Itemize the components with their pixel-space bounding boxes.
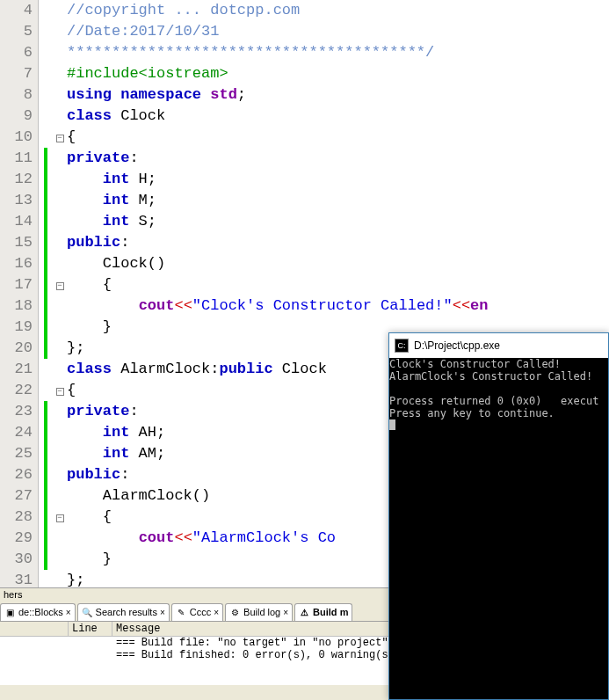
line-number: 5 xyxy=(0,21,33,42)
line-number: 10 xyxy=(0,127,33,148)
line-number: 22 xyxy=(0,380,33,401)
fold-toggle xyxy=(53,570,67,591)
fold-toggle[interactable]: − xyxy=(53,507,67,528)
tab-label: Build m xyxy=(313,607,348,617)
line-number: 28 xyxy=(0,507,33,528)
line-number: 19 xyxy=(0,317,33,338)
change-marker xyxy=(39,127,53,148)
fold-toggle xyxy=(53,148,67,169)
console-output: Clock's Constructor Called! AlarmClock's… xyxy=(389,358,608,699)
code-line[interactable]: cout<<"Clock's Constructor Called!"<<en xyxy=(67,295,609,317)
line-number: 31 xyxy=(0,570,33,591)
tab-cccc[interactable]: ✎Cccc× xyxy=(171,603,223,621)
fold-toggle xyxy=(53,106,67,127)
code-line[interactable]: Clock() xyxy=(67,253,609,274)
cb-icon: ▣ xyxy=(4,607,16,618)
line-number: 15 xyxy=(0,232,33,253)
code-line[interactable]: class Clock xyxy=(67,106,609,127)
code-line[interactable]: ****************************************… xyxy=(67,42,609,63)
line-number: 6 xyxy=(0,42,33,63)
fold-toggle xyxy=(53,401,67,422)
edit-icon: ✎ xyxy=(176,607,187,618)
console-icon: C: xyxy=(395,339,409,353)
line-number: 11 xyxy=(0,148,33,169)
change-marker xyxy=(39,21,53,42)
tab-search-results[interactable]: 🔍Search results× xyxy=(77,603,170,621)
console-cursor xyxy=(389,419,395,430)
line-number: 4 xyxy=(0,0,33,21)
tab-build-m[interactable]: ⚠Build m xyxy=(294,603,352,621)
fold-toggle xyxy=(53,549,67,570)
change-marker xyxy=(39,570,53,591)
line-number: 25 xyxy=(0,443,33,464)
tab-label: Search results xyxy=(96,607,157,617)
line-number: 27 xyxy=(0,485,33,507)
fold-toggle xyxy=(53,485,67,507)
fold-toggle xyxy=(53,169,67,190)
fold-toggle xyxy=(53,443,67,464)
line-number: 21 xyxy=(0,359,33,380)
code-line[interactable]: public: xyxy=(67,232,609,253)
code-line[interactable]: { xyxy=(67,274,609,295)
tab-label: Build log xyxy=(243,607,280,617)
line-number: 20 xyxy=(0,338,33,359)
fold-toggle xyxy=(53,422,67,443)
code-line[interactable]: int S; xyxy=(67,211,609,232)
fold-toggle xyxy=(53,21,67,42)
fold-toggle xyxy=(53,42,67,63)
fold-toggle xyxy=(53,317,67,338)
line-number: 26 xyxy=(0,464,33,485)
tab-label: de::Blocks xyxy=(18,607,63,617)
code-line[interactable]: using namespace std; xyxy=(67,84,609,106)
line-number: 14 xyxy=(0,211,33,232)
code-line[interactable]: //Date:2017/10/31 xyxy=(67,21,609,42)
line-number: 18 xyxy=(0,295,33,317)
line-number: 24 xyxy=(0,422,33,443)
warn-icon: ⚠ xyxy=(299,607,310,618)
fold-toggle xyxy=(53,0,67,21)
code-line[interactable]: private: xyxy=(67,148,609,169)
log-header-line[interactable]: Line xyxy=(69,622,112,636)
fold-toggle xyxy=(53,232,67,253)
close-icon[interactable]: × xyxy=(160,608,165,617)
change-marker xyxy=(39,106,53,127)
line-number: 13 xyxy=(0,190,33,211)
line-number-gutter: 4567891011121314151617181920212223242526… xyxy=(0,0,39,587)
line-number: 23 xyxy=(0,401,33,422)
change-marker xyxy=(39,380,53,401)
tab-label: Cccc xyxy=(190,607,211,617)
code-line[interactable]: { xyxy=(67,127,609,148)
change-marker xyxy=(39,63,53,84)
fold-toggle xyxy=(53,63,67,84)
line-number: 7 xyxy=(0,63,33,84)
line-number: 8 xyxy=(0,84,33,106)
fold-toggle[interactable]: − xyxy=(53,127,67,148)
change-marker xyxy=(39,359,53,380)
line-number: 30 xyxy=(0,549,33,570)
fold-column[interactable]: −−−− xyxy=(53,0,67,587)
line-number: 9 xyxy=(0,106,33,127)
code-line[interactable]: //copyright ... dotcpp.com xyxy=(67,0,609,21)
console-window[interactable]: C: D:\Project\cpp.exe Clock's Constructo… xyxy=(388,332,609,700)
close-icon[interactable]: × xyxy=(283,608,288,617)
fold-toggle xyxy=(53,464,67,485)
fold-toggle[interactable]: − xyxy=(53,274,67,295)
tab-build-log[interactable]: ⚙Build log× xyxy=(225,603,293,621)
tab-de-blocks[interactable]: ▣de::Blocks× xyxy=(0,603,76,621)
console-titlebar[interactable]: C: D:\Project\cpp.exe xyxy=(389,333,608,358)
code-line[interactable]: int H; xyxy=(67,169,609,190)
change-marker xyxy=(39,84,53,106)
code-line[interactable]: int M; xyxy=(67,190,609,211)
line-number: 12 xyxy=(0,169,33,190)
change-marker-column xyxy=(39,0,53,587)
code-line[interactable]: #include<iostream> xyxy=(67,63,609,84)
log-header-file[interactable] xyxy=(0,622,69,636)
console-title-text: D:\Project\cpp.exe xyxy=(414,339,500,352)
line-number: 17 xyxy=(0,274,33,295)
line-number: 29 xyxy=(0,528,33,549)
fold-toggle[interactable]: − xyxy=(53,380,67,401)
close-icon[interactable]: × xyxy=(214,608,219,617)
close-icon[interactable]: × xyxy=(66,608,71,617)
fold-toggle xyxy=(53,528,67,549)
change-marker xyxy=(39,42,53,63)
